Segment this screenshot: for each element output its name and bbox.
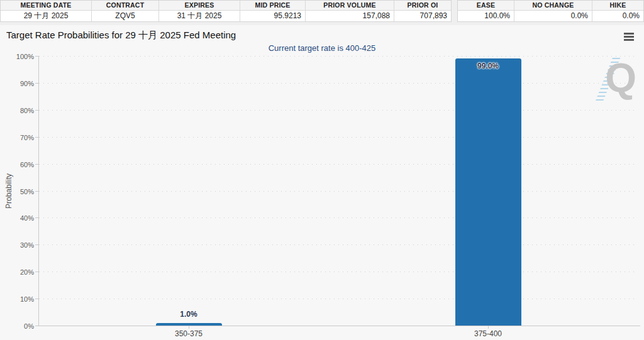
bar-group-350-375: 1.0% 350-375 [156,56,222,326]
cell-value: 0.0% [514,11,592,21]
bar-group-375-400: 99.0% 375-400 [455,56,521,326]
table-column-ease: EASE 100.0% [458,1,514,21]
probability-summary-table: EASE 100.0% NO CHANGE 0.0% HIKE 0.0% [457,0,644,22]
table-column-prior-volume: PRIOR VOLUME 157,088 [305,1,394,21]
y-gridline [39,56,638,57]
y-axis-tick-label: 70% [20,134,34,141]
bar-chart-plot-area: Probability 0%10%20%30%40%50%60%70%80%90… [39,56,638,326]
contract-summary-tables: MEETING DATE 29 十月 2025 CONTRACT ZQV5 EX… [0,0,644,22]
cell-value: 0.0% [592,11,643,21]
y-axis-tick-label: 20% [20,268,34,276]
y-axis-tick [35,271,38,272]
y-axis-tick-label: 50% [20,188,34,195]
column-header: EASE [458,1,514,11]
column-header: PRIOR OI [394,1,451,11]
y-axis-tick [35,217,38,218]
y-gridline [39,83,638,84]
y-axis-tick [35,244,38,245]
y-axis-tick [35,110,38,111]
y-axis-title: Probability [4,173,13,208]
y-axis-tick [35,164,38,165]
y-axis-tick [35,191,38,192]
table-column-meeting-date: MEETING DATE 29 十月 2025 [1,1,91,21]
cell-value: 31 十月 2025 [159,11,240,21]
contract-info-table: MEETING DATE 29 十月 2025 CONTRACT ZQV5 EX… [0,0,452,22]
y-gridline [39,164,638,165]
column-header: NO CHANGE [514,1,592,11]
chart-subtitle: Current target rate is 400-425 [0,43,644,53]
y-gridline [39,110,638,111]
y-axis-tick [35,299,38,299]
column-header: CONTRACT [92,1,158,11]
chart-title: Target Rate Probabilities for 29 十月 2025… [6,30,236,41]
table-column-mid-price: MID PRICE 95.9213 [240,1,305,21]
chart-context-menu-button[interactable] [622,31,636,42]
cell-value: 95.9213 [240,11,305,21]
hamburger-menu-icon [624,36,634,38]
table-column-expires: EXPIRES 31 十月 2025 [158,1,240,21]
column-header: MEETING DATE [1,1,91,11]
y-gridline [39,271,638,272]
column-header: EXPIRES [159,1,240,11]
cell-value: 100.0% [458,11,514,21]
y-axis-tick-label: 0% [24,322,34,330]
y-axis-tick [35,56,38,57]
y-gridline [39,299,638,299]
column-header: HIKE [592,1,643,11]
fedwatch-chart-panel: Target Rate Probabilities for 29 十月 2025… [0,25,644,340]
y-axis-tick-label: 90% [20,80,34,87]
y-axis-tick-label: 100% [16,53,34,60]
probability-bar[interactable] [156,323,222,326]
cell-value: 707,893 [394,11,451,21]
y-gridline [39,217,638,218]
x-axis-tick [189,326,189,329]
table-column-no-change: NO CHANGE 0.0% [514,1,592,21]
y-axis-tick [35,137,38,138]
y-gridline [39,137,638,138]
x-axis-tick [488,326,489,329]
x-category-label: 375-400 [455,329,521,338]
y-axis-tick-label: 30% [20,241,34,249]
x-category-label: 350-375 [156,329,222,338]
hamburger-menu-icon [624,33,634,35]
column-header: MID PRICE [240,1,305,11]
table-column-contract: CONTRACT ZQV5 [91,1,158,21]
cell-value: 29 十月 2025 [1,11,91,21]
bar-value-label: 1.0% [156,310,222,319]
y-gridline [39,191,638,192]
y-gridline [39,244,638,245]
y-axis-tick-label: 10% [20,295,34,303]
hamburger-menu-icon [624,39,634,41]
x-axis-line [38,326,640,326]
cell-value: ZQV5 [92,11,158,21]
y-axis-tick-label: 40% [20,214,34,222]
probability-bar[interactable] [455,58,521,326]
bar-value-label: 99.0% [455,62,521,70]
y-axis-tick-label: 60% [20,161,34,168]
y-axis-tick [35,83,38,84]
column-header: PRIOR VOLUME [306,1,394,11]
table-column-prior-oi: PRIOR OI 707,893 [394,1,451,21]
cell-value: 157,088 [306,11,394,21]
y-axis-tick-label: 80% [20,107,34,114]
table-column-hike: HIKE 0.0% [592,1,643,21]
